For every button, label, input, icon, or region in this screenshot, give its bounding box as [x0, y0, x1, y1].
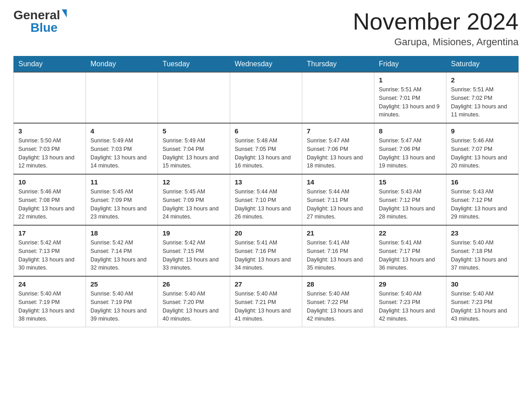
calendar-header-row: SundayMondayTuesdayWednesdayThursdayFrid… [14, 56, 519, 73]
day-info: Sunrise: 5:45 AMSunset: 7:09 PMDaylight:… [163, 188, 225, 221]
day-info: Sunrise: 5:47 AMSunset: 7:06 PMDaylight:… [307, 137, 369, 170]
day-number: 24 [18, 280, 81, 288]
day-info: Sunrise: 5:40 AMSunset: 7:22 PMDaylight:… [307, 290, 369, 323]
calendar-cell: 30Sunrise: 5:40 AMSunset: 7:23 PMDayligh… [446, 276, 519, 327]
calendar-cell: 8Sunrise: 5:47 AMSunset: 7:06 PMDaylight… [374, 123, 446, 174]
day-number: 1 [379, 76, 442, 84]
day-number: 25 [90, 280, 153, 288]
col-header-tuesday: Tuesday [158, 56, 230, 73]
day-info: Sunrise: 5:46 AMSunset: 7:08 PMDaylight:… [18, 188, 81, 221]
calendar-cell: 29Sunrise: 5:40 AMSunset: 7:23 PMDayligh… [374, 276, 446, 327]
calendar-cell: 24Sunrise: 5:40 AMSunset: 7:19 PMDayligh… [14, 276, 86, 327]
day-info: Sunrise: 5:42 AMSunset: 7:13 PMDaylight:… [18, 239, 81, 272]
calendar-cell: 10Sunrise: 5:46 AMSunset: 7:08 PMDayligh… [14, 174, 86, 225]
day-info: Sunrise: 5:50 AMSunset: 7:03 PMDaylight:… [18, 137, 81, 170]
calendar-cell: 16Sunrise: 5:43 AMSunset: 7:12 PMDayligh… [446, 174, 519, 225]
calendar-cell: 28Sunrise: 5:40 AMSunset: 7:22 PMDayligh… [302, 276, 374, 327]
calendar-cell: 7Sunrise: 5:47 AMSunset: 7:06 PMDaylight… [302, 123, 374, 174]
calendar-cell: 9Sunrise: 5:46 AMSunset: 7:07 PMDaylight… [446, 123, 519, 174]
calendar-cell: 20Sunrise: 5:41 AMSunset: 7:16 PMDayligh… [230, 225, 302, 276]
day-info: Sunrise: 5:51 AMSunset: 7:02 PMDaylight:… [451, 86, 514, 119]
day-info: Sunrise: 5:40 AMSunset: 7:19 PMDaylight:… [18, 290, 81, 323]
calendar-cell: 18Sunrise: 5:42 AMSunset: 7:14 PMDayligh… [86, 225, 158, 276]
day-info: Sunrise: 5:43 AMSunset: 7:12 PMDaylight:… [451, 188, 514, 221]
col-header-sunday: Sunday [14, 56, 86, 73]
day-number: 18 [90, 229, 153, 237]
col-header-monday: Monday [86, 56, 158, 73]
calendar-cell: 1Sunrise: 5:51 AMSunset: 7:01 PMDaylight… [374, 72, 446, 123]
day-info: Sunrise: 5:49 AMSunset: 7:03 PMDaylight:… [90, 137, 153, 170]
calendar-cell: 3Sunrise: 5:50 AMSunset: 7:03 PMDaylight… [14, 123, 86, 174]
day-number: 21 [307, 229, 369, 237]
week-row-3: 10Sunrise: 5:46 AMSunset: 7:08 PMDayligh… [14, 174, 519, 225]
location-title: Garupa, Misiones, Argentina [353, 36, 519, 48]
day-number: 12 [163, 178, 225, 186]
week-row-5: 24Sunrise: 5:40 AMSunset: 7:19 PMDayligh… [14, 276, 519, 327]
calendar-cell [14, 72, 86, 123]
day-number: 29 [379, 280, 442, 288]
col-header-wednesday: Wednesday [230, 56, 302, 73]
calendar-cell: 17Sunrise: 5:42 AMSunset: 7:13 PMDayligh… [14, 225, 86, 276]
day-number: 11 [90, 178, 153, 186]
col-header-thursday: Thursday [302, 56, 374, 73]
day-number: 5 [163, 127, 225, 135]
week-row-1: 1Sunrise: 5:51 AMSunset: 7:01 PMDaylight… [14, 72, 519, 123]
day-number: 7 [307, 127, 369, 135]
day-number: 4 [90, 127, 153, 135]
day-number: 9 [451, 127, 514, 135]
day-info: Sunrise: 5:41 AMSunset: 7:16 PMDaylight:… [307, 239, 369, 272]
calendar-cell: 11Sunrise: 5:45 AMSunset: 7:09 PMDayligh… [86, 174, 158, 225]
calendar-cell [86, 72, 158, 123]
calendar-cell [302, 72, 374, 123]
calendar-cell: 12Sunrise: 5:45 AMSunset: 7:09 PMDayligh… [158, 174, 230, 225]
day-info: Sunrise: 5:40 AMSunset: 7:18 PMDaylight:… [451, 239, 514, 272]
day-number: 8 [379, 127, 442, 135]
calendar-cell: 4Sunrise: 5:49 AMSunset: 7:03 PMDaylight… [86, 123, 158, 174]
day-number: 17 [18, 229, 81, 237]
calendar-cell: 26Sunrise: 5:40 AMSunset: 7:20 PMDayligh… [158, 276, 230, 327]
title-block: November 2024 Garupa, Misiones, Argentin… [353, 9, 519, 48]
day-info: Sunrise: 5:47 AMSunset: 7:06 PMDaylight:… [379, 137, 442, 170]
day-number: 27 [235, 280, 297, 288]
day-info: Sunrise: 5:41 AMSunset: 7:16 PMDaylight:… [235, 239, 297, 272]
calendar-cell: 14Sunrise: 5:44 AMSunset: 7:11 PMDayligh… [302, 174, 374, 225]
day-number: 10 [18, 178, 81, 186]
day-info: Sunrise: 5:44 AMSunset: 7:11 PMDaylight:… [307, 188, 369, 221]
day-info: Sunrise: 5:48 AMSunset: 7:05 PMDaylight:… [235, 137, 297, 170]
day-info: Sunrise: 5:43 AMSunset: 7:12 PMDaylight:… [379, 188, 442, 221]
calendar-cell: 19Sunrise: 5:42 AMSunset: 7:15 PMDayligh… [158, 225, 230, 276]
day-info: Sunrise: 5:46 AMSunset: 7:07 PMDaylight:… [451, 137, 514, 170]
logo-general-text: General [13, 9, 60, 21]
day-number: 30 [451, 280, 514, 288]
day-info: Sunrise: 5:42 AMSunset: 7:15 PMDaylight:… [163, 239, 225, 272]
day-info: Sunrise: 5:41 AMSunset: 7:17 PMDaylight:… [379, 239, 442, 272]
day-info: Sunrise: 5:40 AMSunset: 7:23 PMDaylight:… [451, 290, 514, 323]
calendar-cell: 25Sunrise: 5:40 AMSunset: 7:19 PMDayligh… [86, 276, 158, 327]
day-info: Sunrise: 5:51 AMSunset: 7:01 PMDaylight:… [379, 86, 442, 119]
day-info: Sunrise: 5:40 AMSunset: 7:20 PMDaylight:… [163, 290, 225, 323]
week-row-4: 17Sunrise: 5:42 AMSunset: 7:13 PMDayligh… [14, 225, 519, 276]
calendar-cell: 21Sunrise: 5:41 AMSunset: 7:16 PMDayligh… [302, 225, 374, 276]
day-number: 26 [163, 280, 225, 288]
page-header: General Blue November 2024 Garupa, Misio… [13, 9, 519, 48]
day-info: Sunrise: 5:40 AMSunset: 7:23 PMDaylight:… [379, 290, 442, 323]
calendar-cell: 15Sunrise: 5:43 AMSunset: 7:12 PMDayligh… [374, 174, 446, 225]
day-info: Sunrise: 5:40 AMSunset: 7:19 PMDaylight:… [90, 290, 153, 323]
day-info: Sunrise: 5:45 AMSunset: 7:09 PMDaylight:… [90, 188, 153, 221]
day-number: 22 [379, 229, 442, 237]
month-title: November 2024 [353, 9, 519, 34]
calendar-cell: 23Sunrise: 5:40 AMSunset: 7:18 PMDayligh… [446, 225, 519, 276]
logo: General Blue [13, 9, 67, 34]
day-info: Sunrise: 5:42 AMSunset: 7:14 PMDaylight:… [90, 239, 153, 272]
day-number: 19 [163, 229, 225, 237]
calendar-table: SundayMondayTuesdayWednesdayThursdayFrid… [13, 56, 519, 327]
day-number: 3 [18, 127, 81, 135]
calendar-cell: 6Sunrise: 5:48 AMSunset: 7:05 PMDaylight… [230, 123, 302, 174]
logo-triangle-icon [62, 9, 67, 17]
day-number: 2 [451, 76, 514, 84]
calendar-cell: 5Sunrise: 5:49 AMSunset: 7:04 PMDaylight… [158, 123, 230, 174]
day-number: 6 [235, 127, 297, 135]
calendar-cell [158, 72, 230, 123]
day-number: 13 [235, 178, 297, 186]
day-number: 14 [307, 178, 369, 186]
